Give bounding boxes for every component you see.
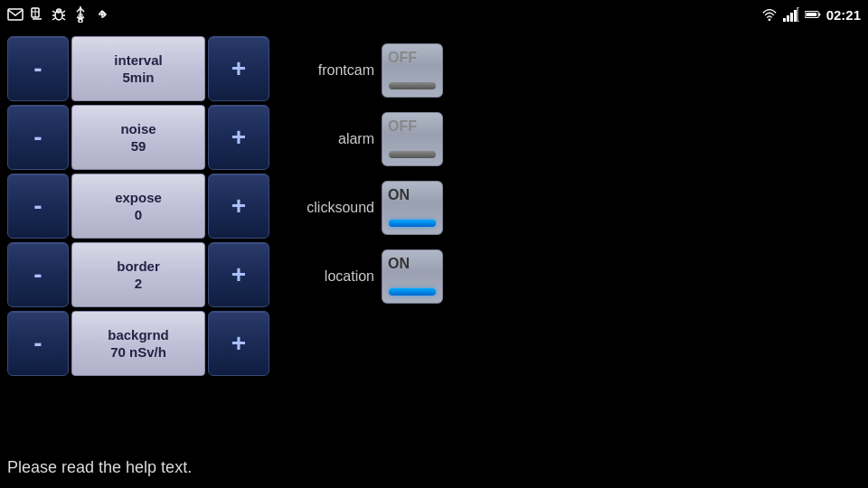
location-toggle-text: ON [388, 256, 410, 272]
interval-minus-button[interactable]: - [7, 36, 69, 101]
expose-plus-button[interactable]: + [208, 174, 269, 239]
svg-line-7 [62, 11, 65, 13]
noise-label-top: noise [120, 120, 156, 138]
noise-label: noise 59 [71, 105, 205, 170]
svg-rect-0 [8, 9, 23, 20]
battery-icon [805, 6, 821, 23]
control-row-noise: - noise 59 + [7, 105, 269, 170]
control-row-border: - border 2 + [7, 242, 269, 307]
signal-icon [783, 6, 799, 23]
frontcam-toggle-bar [389, 82, 436, 89]
noise-plus-button[interactable]: + [208, 105, 269, 170]
status-icons-left [7, 6, 110, 23]
frontcam-toggle[interactable]: OFF [382, 43, 443, 98]
alarm-toggle-bar [389, 151, 436, 158]
svg-point-22 [768, 19, 770, 22]
download-icon [29, 6, 45, 23]
backgrnd-minus-button[interactable]: - [7, 311, 69, 376]
toggle-row-alarm: alarm OFF [284, 107, 443, 172]
expose-minus-button[interactable]: - [7, 174, 69, 239]
alarm-toggle[interactable]: OFF [382, 112, 443, 166]
expose-label-bottom: 0 [135, 206, 142, 224]
noise-minus-button[interactable]: - [7, 105, 69, 170]
control-row-interval: - interval 5min + [7, 36, 269, 101]
clicksound-toggle-bar [389, 220, 436, 227]
clicksound-toggle[interactable]: ON [382, 181, 443, 235]
toggle-row-location: location ON [284, 244, 443, 309]
time-display: 02:21 [826, 7, 861, 23]
toggle-row-frontcam: frontcam OFF [284, 38, 443, 103]
interval-label-top: interval [114, 52, 162, 70]
svg-rect-25 [790, 13, 793, 22]
interval-label-bottom: 5min [122, 69, 154, 87]
interval-plus-button[interactable]: + [208, 36, 269, 101]
expose-label: expose 0 [71, 174, 205, 239]
control-row-backgrnd: - backgrnd 70 nSv/h + [7, 311, 269, 376]
alarm-toggle-label: alarm [284, 131, 374, 147]
svg-rect-30 [806, 13, 816, 16]
bug-icon [51, 6, 67, 23]
toggle-row-clicksound: clicksound ON [284, 175, 443, 240]
backgrnd-label: backgrnd 70 nSv/h [71, 311, 205, 376]
status-icons-right: 02:21 [761, 6, 861, 23]
noise-label-bottom: 59 [131, 137, 146, 155]
svg-rect-24 [787, 15, 789, 22]
wifi-icon [761, 6, 778, 23]
border-label-top: border [117, 258, 160, 276]
svg-rect-27 [797, 7, 799, 22]
border-label: border 2 [71, 242, 205, 307]
clicksound-toggle-text: ON [388, 187, 410, 203]
right-panel: frontcam OFF alarm OFF clicksound ON loc… [284, 36, 443, 481]
left-panel: - interval 5min + - noise 59 + - expose … [7, 36, 269, 481]
backgrnd-plus-button[interactable]: + [208, 311, 269, 376]
backgrnd-label-top: backgrnd [108, 326, 169, 344]
usb-arrows-icon [94, 6, 110, 23]
svg-line-11 [62, 18, 65, 20]
usb-icon [72, 6, 89, 23]
location-toggle[interactable]: ON [382, 249, 443, 304]
interval-label: interval 5min [71, 36, 205, 101]
border-label-bottom: 2 [135, 275, 142, 293]
clicksound-toggle-label: clicksound [284, 200, 374, 216]
svg-line-10 [52, 18, 55, 20]
footer-text: Please read the help text. [7, 458, 192, 477]
svg-rect-23 [783, 18, 786, 22]
svg-rect-26 [794, 10, 797, 22]
backgrnd-label-bottom: 70 nSv/h [110, 343, 166, 361]
location-toggle-label: location [284, 268, 374, 285]
location-toggle-bar [389, 288, 436, 296]
border-minus-button[interactable]: - [7, 242, 69, 307]
frontcam-toggle-text: OFF [388, 50, 417, 66]
status-bar: 02:21 [0, 0, 868, 29]
svg-rect-29 [818, 14, 820, 16]
svg-point-19 [79, 19, 82, 23]
main-content: - interval 5min + - noise 59 + - expose … [0, 29, 868, 488]
frontcam-toggle-label: frontcam [284, 62, 374, 79]
border-plus-button[interactable]: + [208, 242, 269, 307]
svg-line-6 [52, 11, 55, 13]
alarm-toggle-text: OFF [388, 118, 417, 135]
control-row-expose: - expose 0 + [7, 174, 269, 239]
mail-icon [7, 6, 24, 23]
expose-label-top: expose [115, 189, 162, 207]
